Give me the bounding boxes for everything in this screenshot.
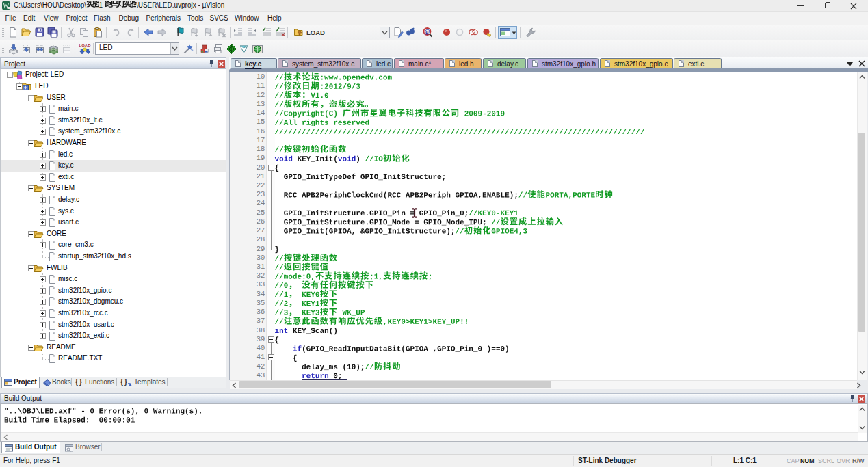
svg-text:LOAD: LOAD xyxy=(79,44,91,48)
svg-text:@: @ xyxy=(425,28,430,35)
